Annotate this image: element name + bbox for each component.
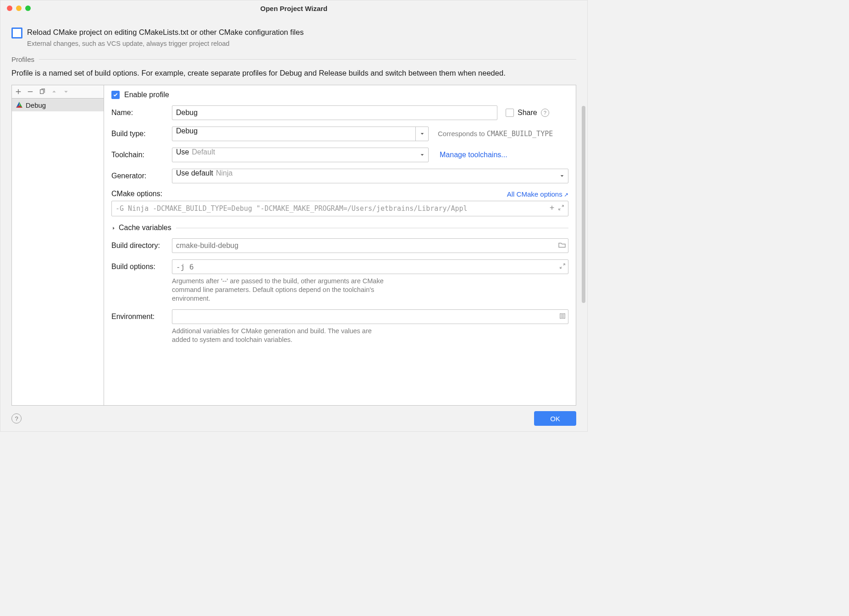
share-checkbox[interactable]: [506, 109, 514, 117]
add-profile-icon[interactable]: [15, 88, 22, 95]
build-type-hint-pre: Corresponds to: [438, 130, 487, 138]
profile-item-label: Debug: [26, 101, 46, 109]
folder-icon[interactable]: [558, 242, 566, 250]
build-type-label: Build type:: [111, 130, 172, 138]
environment-input[interactable]: [172, 309, 568, 324]
share-help-icon[interactable]: ?: [541, 109, 549, 117]
environment-row: Environment:: [111, 309, 568, 324]
expand-icon[interactable]: [558, 204, 564, 213]
ok-button[interactable]: OK: [534, 411, 576, 426]
copy-profile-icon[interactable]: [39, 88, 46, 95]
name-label: Name:: [111, 109, 172, 117]
reload-cmakelists-hint: External changes, such as VCS update, al…: [27, 40, 303, 47]
divider: [176, 228, 568, 228]
chevron-right-icon: [111, 224, 116, 232]
cmake-options-block: CMake options: All CMake options -G Ninj…: [111, 190, 568, 216]
build-options-input[interactable]: [172, 259, 568, 274]
environment-block: Environment: Additional variables for CM…: [111, 309, 568, 344]
name-row: Name: Share ?: [111, 105, 568, 120]
profiles-hint: Profile is a named set of build options.…: [11, 69, 576, 77]
build-type-hint: Corresponds to CMAKE_BUILD_TYPE: [438, 130, 553, 138]
cmake-options-input[interactable]: -G Ninja -DCMAKE_BUILD_TYPE=Debug "-DCMA…: [111, 201, 568, 216]
profiles-panel: Debug Enable profile Name:: [11, 85, 576, 406]
name-input[interactable]: [172, 105, 497, 120]
chevron-down-icon: [556, 169, 568, 183]
content: Reload CMake project on editing CMakeLis…: [0, 16, 587, 406]
cmake-icon: [16, 101, 23, 109]
generator-select[interactable]: Use defaultNinja: [172, 169, 568, 183]
enable-profile-label: Enable profile: [124, 91, 169, 99]
cache-variables-label: Cache variables: [119, 224, 171, 232]
generator-value-hint: Ninja: [216, 169, 232, 177]
window: Open Project Wizard Reload CMake project…: [0, 0, 588, 432]
toolchain-row: Toolchain: UseDefault Manage toolchains.…: [111, 148, 568, 162]
share-block: Share ?: [506, 109, 549, 117]
build-options-label: Build options:: [111, 263, 172, 271]
build-directory-label: Build directory:: [111, 242, 172, 250]
window-title: Open Project Wizard: [0, 5, 587, 12]
plus-icon[interactable]: [549, 204, 555, 213]
list-icon[interactable]: [559, 313, 566, 321]
all-cmake-options-link[interactable]: All CMake options: [507, 190, 568, 198]
toolchain-select[interactable]: UseDefault: [172, 148, 429, 162]
move-down-icon[interactable]: [62, 88, 70, 95]
scrollbar-thumb[interactable]: [582, 106, 585, 303]
environment-hint: Additional variables for CMake generatio…: [172, 327, 392, 344]
toolchain-value-hint: Default: [192, 148, 215, 156]
expand-icon[interactable]: [559, 263, 566, 271]
profile-item-debug[interactable]: Debug: [12, 99, 104, 111]
cache-variables-row[interactable]: Cache variables: [111, 224, 568, 232]
environment-label: Environment:: [111, 313, 172, 321]
profiles-section-header: Profiles: [11, 55, 576, 63]
build-directory-input[interactable]: [172, 238, 568, 253]
build-options-block: Build options: Arguments after '--' are …: [111, 259, 568, 303]
help-icon[interactable]: ?: [11, 413, 22, 424]
build-options-row: Build options:: [111, 259, 568, 274]
build-options-hint: Arguments after '--' are passed to the b…: [172, 277, 392, 303]
build-type-select[interactable]: Debug: [172, 126, 429, 141]
cmake-options-label: CMake options:: [111, 190, 162, 198]
profiles-toolbar: [12, 85, 104, 99]
build-directory-row: Build directory:: [111, 238, 568, 253]
generator-value-prefix: Use default: [176, 169, 213, 177]
build-type-hint-code: CMAKE_BUILD_TYPE: [487, 130, 553, 138]
share-label: Share: [518, 109, 537, 117]
reload-cmakelists-label: Reload CMake project on editing CMakeLis…: [27, 27, 303, 37]
toolchain-value-prefix: Use: [176, 148, 189, 156]
divider: [39, 59, 576, 60]
enable-profile-checkbox[interactable]: [111, 91, 120, 99]
reload-cmakelists-row: Reload CMake project on editing CMakeLis…: [11, 27, 576, 47]
footer: ? OK: [0, 406, 587, 431]
generator-row: Generator: Use defaultNinja: [111, 169, 568, 183]
profiles-sidebar: Debug: [12, 85, 104, 405]
move-up-icon[interactable]: [50, 88, 58, 95]
chevron-down-icon: [415, 126, 429, 141]
reload-cmakelists-checkbox[interactable]: [11, 28, 22, 38]
build-type-row: Build type: Debug Corresponds to CMAKE_B…: [111, 126, 568, 141]
enable-profile-row: Enable profile: [111, 91, 568, 99]
titlebar: Open Project Wizard: [0, 0, 587, 16]
chevron-down-icon: [416, 148, 429, 162]
generator-label: Generator:: [111, 172, 172, 180]
remove-profile-icon[interactable]: [27, 88, 34, 95]
cmake-options-value: -G Ninja -DCMAKE_BUILD_TYPE=Debug "-DCMA…: [116, 204, 546, 213]
build-type-value: Debug: [176, 127, 198, 135]
profile-form: Enable profile Name: Share ? Build type:: [104, 85, 576, 405]
manage-toolchains-link[interactable]: Manage toolchains...: [440, 151, 507, 159]
toolchain-label: Toolchain:: [111, 151, 172, 159]
reload-cmakelists-text: Reload CMake project on editing CMakeLis…: [27, 27, 303, 47]
profiles-list: Debug: [12, 99, 104, 405]
svg-rect-0: [40, 90, 44, 94]
profiles-section-label: Profiles: [11, 55, 34, 63]
